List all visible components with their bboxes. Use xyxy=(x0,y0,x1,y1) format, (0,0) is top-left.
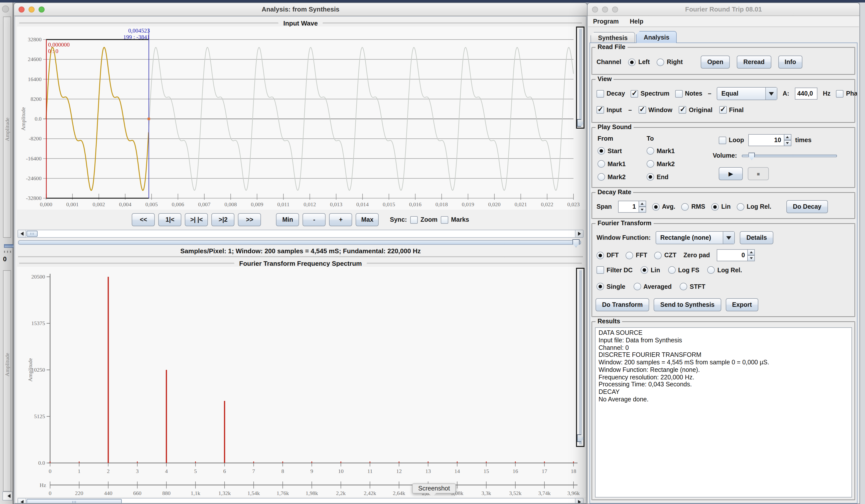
log-fs-option[interactable]: Log FS xyxy=(668,266,700,274)
ft-log-rel-option[interactable]: Log Rel. xyxy=(707,266,742,274)
zoom-in-button[interactable]: + xyxy=(329,213,353,226)
filter-dc-option[interactable]: Filter DC xyxy=(597,266,633,274)
close-icon[interactable] xyxy=(592,7,598,12)
sync-zoom-option[interactable]: Zoom xyxy=(411,216,438,223)
loop-option[interactable]: Loop xyxy=(719,137,744,144)
wave-zoom-slider[interactable] xyxy=(18,240,581,245)
single-option[interactable]: Single xyxy=(597,283,625,290)
wave-vslider-thumb[interactable] xyxy=(577,119,584,127)
view-final-option[interactable]: Final xyxy=(719,106,743,114)
czt-option[interactable]: CZT xyxy=(654,251,677,259)
view-original-checkbox[interactable] xyxy=(679,106,687,114)
loop-checkbox[interactable] xyxy=(719,137,726,144)
filter-dc-checkbox[interactable] xyxy=(597,266,604,274)
details-button[interactable]: Details xyxy=(740,231,773,244)
nav-first-button[interactable]: 1|< xyxy=(159,213,182,226)
scroll-left-button[interactable] xyxy=(18,230,26,237)
from-start-radio[interactable] xyxy=(598,147,605,155)
stft-radio[interactable] xyxy=(680,283,687,290)
loop-times-spinner[interactable]: 10 xyxy=(748,134,791,146)
channel-left-radio[interactable] xyxy=(628,58,636,66)
to-mark1-option[interactable]: Mark1 xyxy=(647,147,675,155)
view-window-checkbox[interactable] xyxy=(638,106,646,114)
do-transform-button[interactable]: Do Transform xyxy=(596,298,649,311)
frt-titlebar[interactable]: Fourier Round Trip 08.01 xyxy=(588,3,860,16)
view-spectrum-option[interactable]: Spectrum xyxy=(631,90,669,97)
play-button[interactable]: ▶ xyxy=(719,167,743,180)
spectrum-horizontal-scrollbar[interactable] xyxy=(18,498,584,504)
wave-zoom-thumb[interactable] xyxy=(573,239,579,247)
nav-half-button[interactable]: >|2 xyxy=(212,213,235,226)
view-decay-option[interactable]: Decay xyxy=(597,90,625,97)
do-decay-button[interactable]: Do Decay xyxy=(786,200,828,213)
tab-analysis[interactable]: Analysis xyxy=(636,31,677,43)
zoom-out-button[interactable]: - xyxy=(303,213,326,226)
send-to-synthesis-button[interactable]: Send to Synthesis xyxy=(654,298,721,311)
wave-horizontal-scrollbar[interactable] xyxy=(18,230,584,238)
from-mark2-option[interactable]: Mark2 xyxy=(598,173,626,181)
zoom-window-icon[interactable] xyxy=(612,7,618,12)
spinner-up-button[interactable] xyxy=(638,201,646,207)
avg-option[interactable]: Avg. xyxy=(652,203,675,210)
view-final-checkbox[interactable] xyxy=(719,106,727,114)
view-spectrum-checkbox[interactable] xyxy=(631,90,638,97)
minimize-icon[interactable] xyxy=(602,7,608,12)
volume-slider[interactable] xyxy=(742,154,837,157)
scroll-right-button[interactable] xyxy=(575,230,583,237)
to-mark1-radio[interactable] xyxy=(647,147,654,155)
view-window-option[interactable]: Window xyxy=(638,106,672,114)
menu-program[interactable]: Program xyxy=(593,18,619,25)
fft-radio[interactable] xyxy=(626,251,633,259)
to-mark2-radio[interactable] xyxy=(647,160,654,168)
stft-option[interactable]: STFT xyxy=(680,283,705,290)
dft-radio[interactable] xyxy=(597,251,604,259)
notes-mode-dropdown[interactable]: Equal xyxy=(717,87,777,100)
dft-option[interactable]: DFT xyxy=(597,251,619,259)
screenshot-tooltip[interactable]: Screenshot xyxy=(412,483,456,493)
input-wave-chart[interactable]: 32800246001640082000.0-8200-16400-24600-… xyxy=(17,26,586,210)
lin-option[interactable]: Lin xyxy=(711,203,731,210)
view-input-checkbox[interactable] xyxy=(597,106,604,114)
nav-fast-back-button[interactable]: << xyxy=(132,213,155,226)
spinner-up-button[interactable] xyxy=(784,134,791,140)
scroll-right-button[interactable] xyxy=(575,499,583,504)
channel-right-option[interactable]: Right xyxy=(657,58,683,66)
info-button[interactable]: Info xyxy=(778,56,803,69)
averaged-option[interactable]: Averaged xyxy=(633,283,672,290)
window-function-dropdown[interactable]: Rectangle (none) xyxy=(656,231,735,244)
from-mark2-radio[interactable] xyxy=(598,173,605,181)
sync-marks-option[interactable]: Marks xyxy=(441,216,469,223)
minimize-icon[interactable] xyxy=(28,7,35,12)
tab-synthesis[interactable]: Synthesis xyxy=(590,32,635,43)
single-radio[interactable] xyxy=(597,283,604,290)
log-rel-option[interactable]: Log Rel. xyxy=(737,203,771,210)
spectrum-vertical-slider[interactable] xyxy=(576,268,585,447)
wave-vertical-slider[interactable] xyxy=(576,26,585,129)
volume-thumb[interactable] xyxy=(749,152,755,160)
a-frequency-field[interactable]: 440,0 xyxy=(795,87,817,99)
zoom-max-button[interactable]: Max xyxy=(356,213,379,226)
sync-marks-checkbox[interactable] xyxy=(441,216,449,223)
export-button[interactable]: Export xyxy=(726,298,758,311)
nav-fast-forward-button[interactable]: >> xyxy=(238,213,261,226)
from-start-option[interactable]: Start xyxy=(598,147,622,155)
rms-option[interactable]: RMS xyxy=(681,203,705,210)
ft-lin-option[interactable]: Lin xyxy=(641,266,660,274)
view-phase-checkbox[interactable] xyxy=(836,90,843,97)
view-decay-checkbox[interactable] xyxy=(597,90,604,97)
span-spinner[interactable]: 1 xyxy=(618,201,646,213)
spectrum-chart[interactable]: 20500153751025051250.0Amplitude012345678… xyxy=(17,267,586,497)
to-end-option[interactable]: End xyxy=(647,173,668,181)
zoom-window-icon[interactable] xyxy=(38,7,45,12)
channel-left-option[interactable]: Left xyxy=(628,58,650,66)
wave-scrollbar-thumb[interactable] xyxy=(26,231,37,237)
view-notes-checkbox[interactable] xyxy=(675,90,682,97)
view-input-option[interactable]: Input xyxy=(597,106,622,114)
avg-radio[interactable] xyxy=(652,203,659,210)
ft-lin-radio[interactable] xyxy=(641,266,648,274)
ft-log-rel-radio[interactable] xyxy=(707,266,715,274)
results-textarea[interactable]: DATA SOURCE Input file: Data from Synthe… xyxy=(595,327,852,497)
sync-zoom-checkbox[interactable] xyxy=(411,216,418,223)
nav-center-button[interactable]: >| |< xyxy=(185,213,208,226)
log-rel-radio[interactable] xyxy=(737,203,744,210)
